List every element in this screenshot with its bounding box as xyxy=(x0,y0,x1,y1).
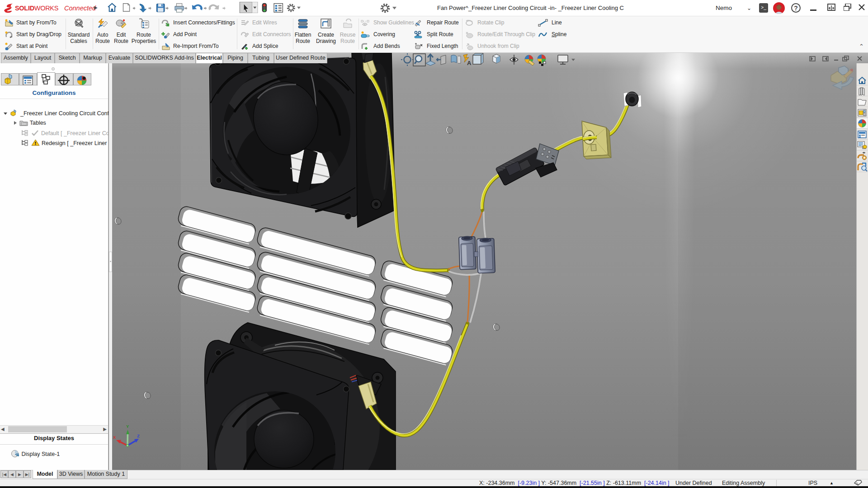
svg-text:SOLIDWORKS: SOLIDWORKS xyxy=(15,5,58,12)
svg-text:Z: Z xyxy=(137,433,140,438)
svg-text:Connected: Connected xyxy=(64,5,96,12)
svg-text:X: X xyxy=(113,435,116,440)
svg-text:A: A xyxy=(467,60,472,66)
svg-text:Y: Y xyxy=(126,424,129,429)
